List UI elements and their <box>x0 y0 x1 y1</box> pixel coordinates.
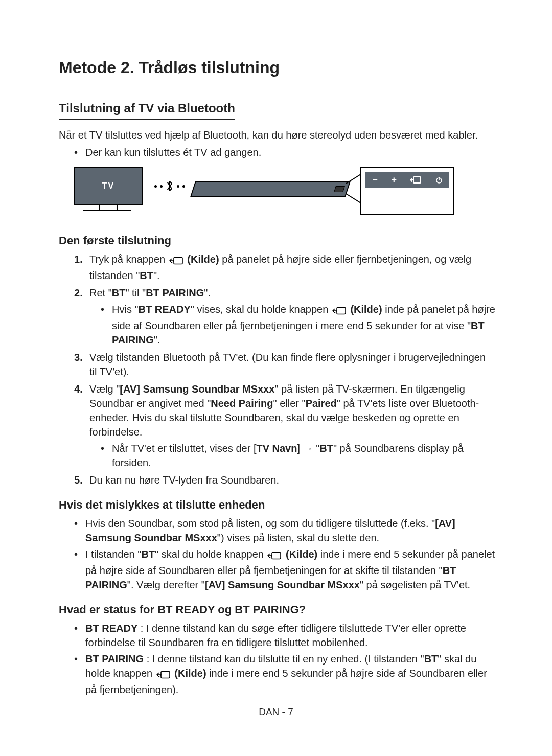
step-4-sub: Når TV'et er tilsluttet, vises der [TV N… <box>101 441 496 470</box>
connection-diagram: TV − + <box>74 167 452 223</box>
diagram-side-panel: − + <box>360 167 454 215</box>
page-title: Metode 2. Trådløs tilslutning <box>59 56 496 79</box>
diagram-tv-label: TV <box>102 180 114 192</box>
plus-icon: + <box>392 174 397 187</box>
step-3: Vælg tilstanden Bluetooth på TV'et. (Du … <box>74 350 496 379</box>
intro-bullet: Der kan kun tilsluttes ét TV ad gangen. <box>74 145 496 159</box>
section-heading-bluetooth: Tilslutning af TV via Bluetooth <box>59 100 235 120</box>
intro-paragraph: Når et TV tilsluttes ved hjælp af Blueto… <box>59 128 496 142</box>
step-2-sub: Hvis "BT READY" vises, skal du holde kna… <box>101 302 496 347</box>
diagram-tv: TV <box>74 167 143 205</box>
sub-heading-first-connection: Den første tilslutning <box>59 233 496 249</box>
source-icon <box>267 549 282 563</box>
fail-bullet-2: I tilstanden "BT" skal du holde knappen … <box>74 547 496 592</box>
status-bullet-ready: BT READY : I denne tilstand kan du søge … <box>74 621 496 650</box>
step-2: Ret "BT" til "BT PAIRING". Hvis "BT READ… <box>74 286 496 347</box>
diagram-bluetooth-link <box>147 178 193 194</box>
sub-heading-fail: Hvis det mislykkes at tilslutte enheden <box>59 497 496 513</box>
step-1: Tryk på knappen (Kilde) på panelet på hø… <box>74 252 496 283</box>
power-icon <box>435 176 443 184</box>
svg-rect-0 <box>413 177 421 183</box>
source-icon <box>169 254 183 268</box>
source-icon <box>332 304 347 318</box>
step-5: Du kan nu høre TV-lyden fra Soundbaren. <box>74 473 496 487</box>
bluetooth-icon <box>166 179 174 193</box>
page-footer: DAN - 7 <box>0 705 552 719</box>
status-bullet-pairing: BT PAIRING : I denne tilstand kan du til… <box>74 652 496 697</box>
source-icon <box>156 668 171 682</box>
source-icon <box>410 176 422 184</box>
minus-icon: − <box>372 174 378 187</box>
fail-bullet-1: Hvis den Soundbar, som stod på listen, o… <box>74 516 496 545</box>
step-4: Vælg "[AV] Samsung Soundbar MSxxx" på li… <box>74 382 496 470</box>
sub-heading-status: Hvad er status for BT READY og BT PAIRIN… <box>59 602 496 618</box>
diagram-soundbar <box>190 181 351 197</box>
